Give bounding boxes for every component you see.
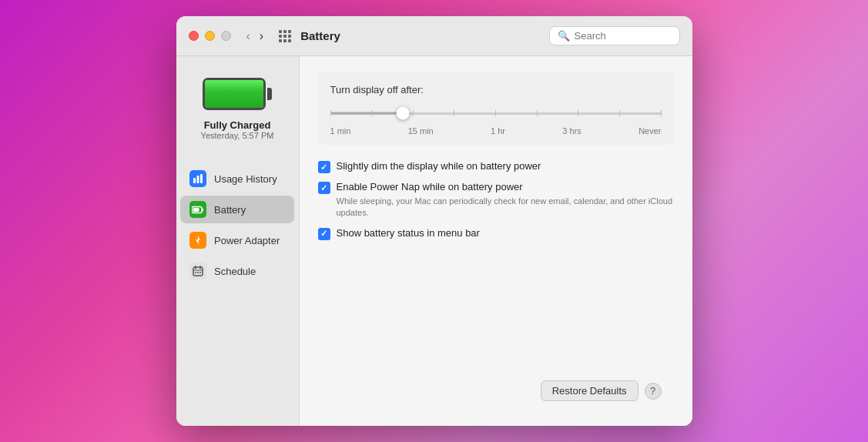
show-battery-label-group: Show battery status in menu bar xyxy=(337,227,480,240)
display-section-label: Turn display off after: xyxy=(330,84,662,95)
tick-3-hrs: 3 hrs xyxy=(562,126,581,136)
usage-history-icon xyxy=(189,170,206,187)
schedule-label: Schedule xyxy=(214,266,256,277)
dim-display-label-group: Slightly dim the display while on batter… xyxy=(337,160,541,173)
checkbox-show-battery: ✓ Show battery status in menu bar xyxy=(318,227,674,240)
sidebar-item-power-adapter[interactable]: Power Adapter xyxy=(180,226,294,254)
content-area: Fully Charged Yesterday, 5:57 PM Usage H… xyxy=(176,56,692,426)
minimize-button[interactable] xyxy=(205,31,215,41)
checkmark-icon-2: ✓ xyxy=(320,183,327,193)
svg-rect-2 xyxy=(200,174,203,183)
battery-fill xyxy=(205,80,263,108)
checkbox-dim-display: ✓ Slightly dim the display while on batt… xyxy=(318,160,674,173)
nav-buttons: ‹ › xyxy=(243,28,267,44)
main-panel: Turn display off after: xyxy=(300,56,692,426)
sidebar-item-usage-history[interactable]: Usage History xyxy=(180,165,294,193)
spacer xyxy=(318,253,674,360)
tick-never: Never xyxy=(638,126,661,136)
forward-button[interactable]: › xyxy=(256,28,266,44)
close-button[interactable] xyxy=(189,31,199,41)
battery-display: Fully Charged Yesterday, 5:57 PM xyxy=(195,69,280,146)
dim-display-label: Slightly dim the display while on batter… xyxy=(337,160,541,173)
slider-labels: 1 min 15 min 1 hr 3 hrs Never xyxy=(330,126,662,136)
window-title: Battery xyxy=(300,29,542,42)
sidebar-item-battery[interactable]: Battery xyxy=(180,196,294,223)
show-battery-checkbox[interactable]: ✓ xyxy=(318,228,330,240)
usage-history-label: Usage History xyxy=(214,173,277,185)
battery-terminal xyxy=(267,88,272,100)
maximize-button[interactable] xyxy=(221,31,231,41)
svg-point-12 xyxy=(197,272,199,273)
search-input[interactable] xyxy=(575,30,675,42)
main-window: ‹ › Battery 🔍 Fully Char xyxy=(176,16,692,426)
svg-rect-1 xyxy=(197,176,199,183)
search-icon: 🔍 xyxy=(558,30,570,42)
battery-status-label: Fully Charged xyxy=(204,119,271,131)
svg-rect-4 xyxy=(193,208,199,212)
checkmark-icon-3: ✓ xyxy=(320,229,327,239)
slider-track xyxy=(330,112,662,115)
svg-marker-6 xyxy=(196,236,200,245)
svg-rect-0 xyxy=(193,178,196,183)
power-adapter-label: Power Adapter xyxy=(214,235,280,246)
display-section: Turn display off after: xyxy=(318,72,674,145)
svg-point-13 xyxy=(199,272,201,273)
power-nap-label-group: Enable Power Nap while on battery power … xyxy=(337,181,674,219)
titlebar: ‹ › Battery 🔍 xyxy=(176,16,692,56)
sidebar-item-schedule[interactable]: Schedule xyxy=(180,257,294,285)
traffic-lights xyxy=(189,31,231,41)
battery-body xyxy=(203,78,266,110)
battery-time-label: Yesterday, 5:57 PM xyxy=(201,131,274,140)
dim-display-checkbox[interactable]: ✓ xyxy=(318,161,330,173)
back-button[interactable]: ‹ xyxy=(243,28,253,44)
grid-icon[interactable] xyxy=(279,30,291,42)
battery-nav-icon xyxy=(189,201,206,218)
checkbox-power-nap: ✓ Enable Power Nap while on battery powe… xyxy=(318,181,674,219)
power-nap-sublabel: While sleeping, your Mac can periodicall… xyxy=(337,196,674,219)
svg-rect-7 xyxy=(193,267,203,276)
power-nap-label: Enable Power Nap while on battery power xyxy=(337,181,674,194)
footer: Restore Defaults ? xyxy=(318,373,674,410)
show-battery-label: Show battery status in menu bar xyxy=(337,227,480,240)
display-slider-container[interactable] xyxy=(330,105,662,122)
tick-1-min: 1 min xyxy=(330,126,351,136)
power-nap-checkbox[interactable]: ✓ xyxy=(318,182,330,194)
slider-thumb[interactable] xyxy=(397,107,410,120)
svg-point-11 xyxy=(195,272,196,273)
sidebar: Fully Charged Yesterday, 5:57 PM Usage H… xyxy=(176,56,300,426)
restore-defaults-button[interactable]: Restore Defaults xyxy=(541,380,638,401)
tick-1-hr: 1 hr xyxy=(491,126,505,136)
checkbox-section: ✓ Slightly dim the display while on batt… xyxy=(318,160,674,240)
help-button[interactable]: ? xyxy=(645,383,662,400)
schedule-icon xyxy=(189,263,206,280)
search-bar[interactable]: 🔍 xyxy=(549,26,680,45)
power-adapter-icon xyxy=(189,232,206,249)
checkmark-icon: ✓ xyxy=(320,162,327,172)
battery-icon xyxy=(203,75,272,113)
battery-label: Battery xyxy=(214,204,246,216)
slider-ticks-marks xyxy=(330,110,662,116)
svg-rect-5 xyxy=(202,208,203,211)
tick-15-min: 15 min xyxy=(408,126,434,136)
